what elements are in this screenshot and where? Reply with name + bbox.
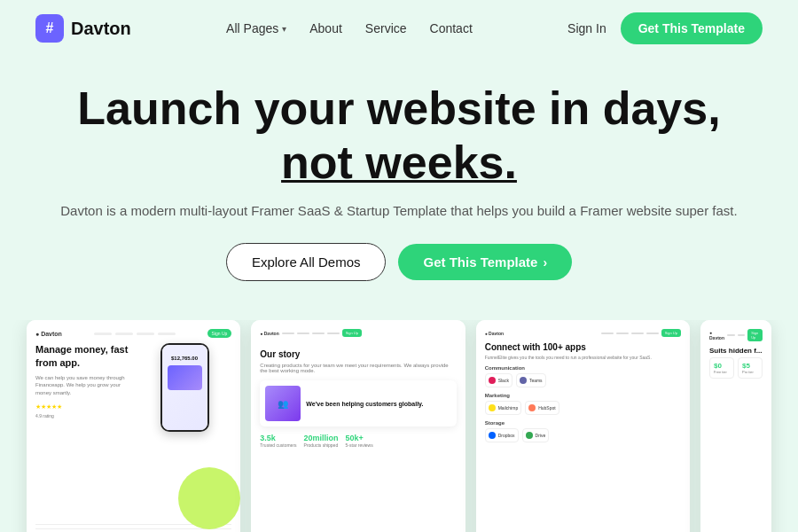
demo-card-2[interactable]: ● Davton Sign Up Our story Creating prod…	[251, 320, 465, 532]
nav-service[interactable]: Service	[356, 16, 416, 41]
chevron-down-icon: ▾	[282, 24, 286, 34]
card1-stars: ★★★★★	[35, 403, 130, 411]
price-pro: $5 Pro tier	[738, 357, 763, 379]
brand-name: Davton	[71, 19, 131, 39]
mailchimp-app-item: Mailchimp	[485, 401, 522, 415]
card3-nav: ● Davton Sign Up	[485, 329, 681, 337]
explore-demos-button[interactable]: Explore All Demos	[226, 243, 387, 281]
hubspot-icon	[528, 404, 536, 411]
stat-products: 20million Products shipped	[304, 434, 339, 448]
card1-headline: Manage money, fast from app.	[35, 343, 130, 369]
drive-app-item: Drive	[522, 428, 550, 442]
logo-icon: #	[35, 14, 64, 43]
slack-app-item: Slack	[485, 373, 512, 387]
hero-get-template-button[interactable]: Get This Template ›	[398, 244, 572, 280]
logo[interactable]: # Davton	[35, 14, 131, 43]
phone-mockup: $12,765.00	[160, 343, 209, 432]
phone-balance: $12,765.00	[166, 356, 204, 361]
arrow-right-icon: ›	[543, 255, 547, 270]
hero-title-line1: Launch your website in days,	[35, 83, 763, 134]
card1-description: We can help you save money through Finan…	[35, 374, 130, 396]
teams-icon	[520, 377, 527, 384]
phone-card-visual	[168, 365, 202, 390]
helping-text: We've been helping customers globally.	[306, 401, 450, 407]
demo-card-3[interactable]: ● Davton Sign Up Connect with 100+ apps …	[476, 320, 690, 532]
navbar: # Davton All Pages ▾ About Service Conta…	[0, 0, 798, 57]
card4-nav: ● Davton Sign Up	[709, 329, 763, 341]
card1-logo: ● Davton	[35, 331, 62, 337]
circle-decoration	[178, 467, 240, 529]
hubspot-app-item: HubSpot	[525, 401, 559, 415]
card2-headline: Our story	[260, 349, 456, 359]
hero-section: Launch your website in days, not weeks. …	[0, 57, 798, 302]
card2-helping-box: 👥 We've been helping customers globally.	[260, 380, 456, 426]
slack-icon	[489, 377, 496, 384]
stat-reviews: 50k+ 5-star reviews	[346, 434, 373, 448]
teams-app-item: Teams	[516, 373, 546, 387]
hero-subtitle: Davton is a modern multi-layout Framer S…	[35, 200, 763, 222]
card4-headline: Suits hidden f...	[709, 347, 763, 355]
nav-contact[interactable]: Contact	[421, 16, 481, 41]
price-table: $0 Free tier $5 Pro tier	[709, 357, 763, 379]
hero-buttons: Explore All Demos Get This Template ›	[35, 243, 763, 281]
hero-title: Launch your website in days, not weeks.	[35, 83, 763, 188]
drive-icon	[526, 432, 533, 439]
communication-label: Communication	[485, 365, 681, 371]
dropbox-icon	[489, 432, 496, 439]
demo-cards-section: ● Davton Sign Up Manage money, fast from…	[0, 320, 798, 532]
card2-description: Creating products for your team we meet …	[260, 363, 456, 373]
nav-links: All Pages ▾ About Service Contact	[217, 16, 481, 41]
nav-actions: Sign In Get This Template	[567, 12, 763, 44]
demo-card-4[interactable]: ● Davton Sign Up Suits hidden f... $0 Fr…	[700, 320, 771, 532]
card1-cta: Sign Up	[207, 329, 232, 338]
hero-title-line2: not weeks.	[35, 137, 763, 188]
card2-stats: 3.5k Trusted customers 20million Product…	[260, 434, 456, 448]
storage-label: Storage	[485, 420, 681, 426]
marketing-label: Marketing	[485, 393, 681, 398]
dropbox-app-item: Dropbox	[485, 428, 519, 442]
card3-headline: Connect with 100+ apps	[485, 342, 681, 352]
price-free: $0 Free tier	[709, 357, 734, 379]
demo-card-1[interactable]: ● Davton Sign Up Manage money, fast from…	[27, 320, 240, 532]
nav-all-pages[interactable]: All Pages ▾	[217, 16, 295, 41]
sign-in-button[interactable]: Sign In	[567, 21, 606, 35]
get-template-button[interactable]: Get This Template	[621, 12, 763, 44]
person-image: 👥	[265, 386, 301, 421]
card1-rating: 4.9 rating	[35, 413, 130, 419]
card3-description: FunnelElite gives you the tools you need…	[485, 355, 681, 360]
card1-nav	[94, 332, 176, 335]
stat-customers: 3.5k Trusted customers	[260, 434, 296, 448]
card2-nav: ● Davton Sign Up	[260, 329, 362, 337]
nav-about[interactable]: About	[301, 16, 351, 41]
mailchimp-icon	[489, 404, 496, 411]
card1-trusted-label: Trusted by thousands of major brands	[35, 528, 231, 532]
card3-apps-section: Communication Slack Teams Marketing	[485, 365, 681, 442]
